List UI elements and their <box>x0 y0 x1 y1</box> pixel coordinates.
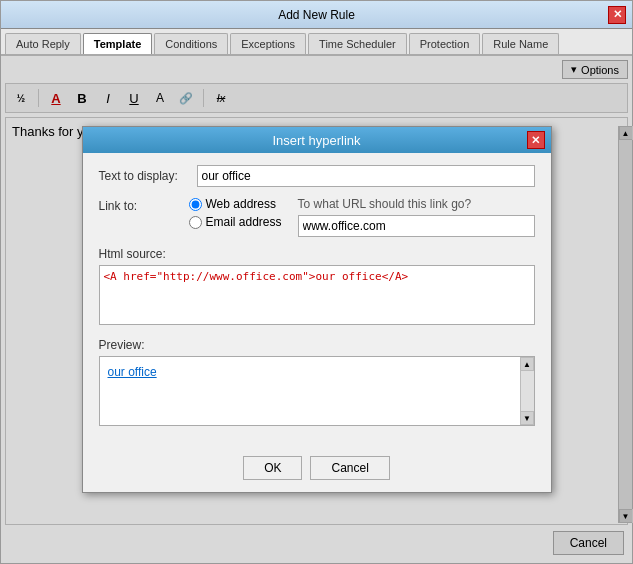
modal-footer: OK Cancel <box>83 450 551 492</box>
email-address-option: Email address <box>189 215 282 229</box>
email-address-label: Email address <box>206 215 282 229</box>
tab-protection[interactable]: Protection <box>409 33 481 54</box>
main-content: ▾ Options ½ A B I U A 🔗 Ix Thanks for yo… <box>1 56 632 563</box>
tab-auto-reply[interactable]: Auto Reply <box>5 33 81 54</box>
preview-scrollbar-up[interactable]: ▲ <box>520 357 534 371</box>
text-display-input[interactable] <box>197 165 535 187</box>
web-address-radio[interactable] <box>189 198 202 211</box>
main-window: Add New Rule ✕ Auto Reply Template Condi… <box>0 0 633 564</box>
preview-box: our office ▲ ▼ <box>99 356 535 426</box>
tab-rule-name[interactable]: Rule Name <box>482 33 559 54</box>
preview-scrollbar-down[interactable]: ▼ <box>520 411 534 425</box>
html-source-textarea[interactable] <box>99 265 535 325</box>
modal-overlay: Insert hyperlink ✕ Text to display: Link… <box>1 56 632 563</box>
web-address-option: Web address <box>189 197 282 211</box>
web-address-label: Web address <box>206 197 276 211</box>
link-to-label: Link to: <box>99 197 189 237</box>
tab-conditions[interactable]: Conditions <box>154 33 228 54</box>
preview-label: Preview: <box>99 338 535 352</box>
tab-template[interactable]: Template <box>83 33 152 54</box>
preview-scrollbar[interactable]: ▲ ▼ <box>520 357 534 425</box>
modal-ok-button[interactable]: OK <box>243 456 302 480</box>
tab-time-scheduler[interactable]: Time Scheduler <box>308 33 407 54</box>
tab-exceptions[interactable]: Exceptions <box>230 33 306 54</box>
link-to-section: Link to: Web address Email address <box>99 197 535 237</box>
text-display-row: Text to display: <box>99 165 535 187</box>
preview-link[interactable]: our office <box>108 365 157 379</box>
url-question-label: To what URL should this link go? <box>298 197 535 211</box>
preview-section: Preview: our office ▲ ▼ <box>99 338 535 426</box>
window-title: Add New Rule <box>25 8 608 22</box>
modal-title-bar: Insert hyperlink ✕ <box>83 127 551 153</box>
modal-title: Insert hyperlink <box>107 133 527 148</box>
text-display-label: Text to display: <box>99 169 189 183</box>
url-section: To what URL should this link go? <box>298 197 535 237</box>
url-input[interactable] <box>298 215 535 237</box>
insert-hyperlink-modal: Insert hyperlink ✕ Text to display: Link… <box>82 126 552 493</box>
modal-close-button[interactable]: ✕ <box>527 131 545 149</box>
email-address-radio[interactable] <box>189 216 202 229</box>
link-to-options: Web address Email address <box>189 197 282 237</box>
html-source-section: Html source: <box>99 247 535 328</box>
modal-body: Text to display: Link to: Web address <box>83 153 551 450</box>
html-source-label: Html source: <box>99 247 535 261</box>
title-bar: Add New Rule ✕ <box>1 1 632 29</box>
tabs-bar: Auto Reply Template Conditions Exception… <box>1 29 632 56</box>
modal-cancel-button[interactable]: Cancel <box>310 456 389 480</box>
window-close-button[interactable]: ✕ <box>608 6 626 24</box>
